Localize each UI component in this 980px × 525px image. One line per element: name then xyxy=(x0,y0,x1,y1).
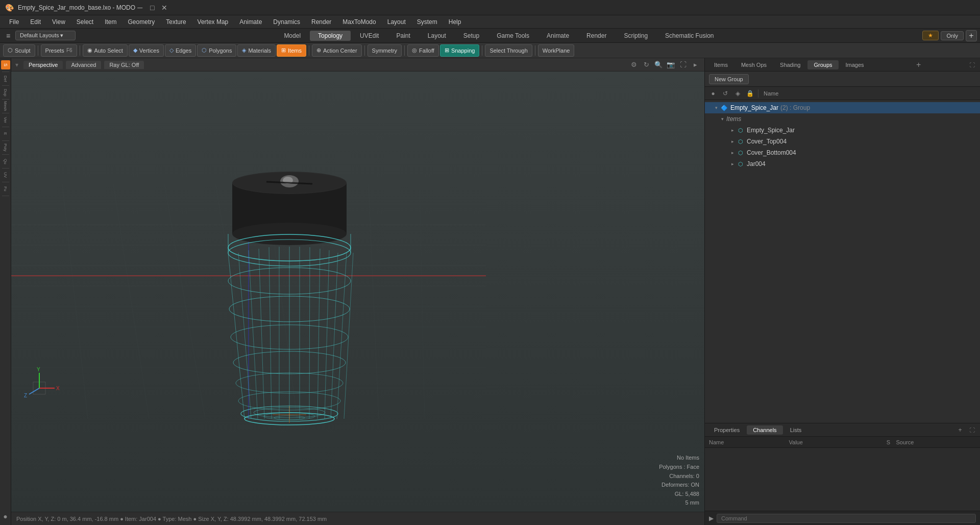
star-button[interactable]: ★ xyxy=(922,31,939,40)
tree-item-items-folder[interactable]: ▾ Items xyxy=(705,113,980,125)
viewport-settings-icon[interactable]: ⚙ xyxy=(629,60,639,70)
groups-lock-icon[interactable]: 🔒 xyxy=(745,88,755,99)
command-arrow[interactable]: ▶ xyxy=(709,515,714,522)
tree-item-jar004[interactable]: ▸ ⬡ Jar004 xyxy=(705,158,980,170)
symmetry-button[interactable]: Symmetry xyxy=(368,44,402,57)
cover-top-expand-arrow[interactable]: ▸ xyxy=(729,138,736,145)
btab-properties[interactable]: Properties xyxy=(708,425,746,435)
layout-menu-icon[interactable]: ≡ xyxy=(3,31,13,41)
rtab-items[interactable]: Items xyxy=(708,60,734,69)
tab-paint[interactable]: Paint xyxy=(388,31,418,41)
new-group-button[interactable]: New Group xyxy=(709,74,749,84)
left-tool-uv[interactable]: UV xyxy=(1,171,10,180)
rtab-groups[interactable]: Groups xyxy=(807,60,838,69)
items-expand-arrow[interactable]: ▾ xyxy=(719,116,725,122)
left-tool-def[interactable]: Def xyxy=(1,74,10,83)
tab-uvedit[interactable]: UVEdit xyxy=(352,31,387,41)
left-tool-fu[interactable]: Fu xyxy=(1,184,10,194)
tab-schematic-fusion[interactable]: Schematic Fusion xyxy=(657,31,722,41)
viewport-camera-icon[interactable]: 📷 xyxy=(666,60,676,70)
menu-render[interactable]: Render xyxy=(306,17,336,27)
viewport-perspective-tab[interactable]: Perspective xyxy=(23,61,63,69)
default-layouts-dropdown[interactable]: Default Layouts ▾ xyxy=(15,31,76,40)
tab-layout[interactable]: Layout xyxy=(420,31,454,41)
left-tool-bottom[interactable]: ● xyxy=(1,512,10,521)
menu-vertex-map[interactable]: Vertex Map xyxy=(192,17,234,27)
viewport-advanced-tab[interactable]: Advanced xyxy=(66,61,101,69)
left-tool-sculpt[interactable]: S xyxy=(1,60,10,69)
materials-button[interactable]: ◈ Materials xyxy=(237,44,276,57)
right-panel-resize[interactable]: ⛶ xyxy=(967,62,977,68)
action-center-button[interactable]: ⊕ Action Center xyxy=(312,44,362,57)
menu-dynamics[interactable]: Dynamics xyxy=(268,17,305,27)
viewport-raygl-tab[interactable]: Ray GL: Off xyxy=(104,61,144,69)
groups-refresh-icon[interactable]: ↺ xyxy=(720,88,730,99)
rtab-shading[interactable]: Shading xyxy=(774,60,806,69)
viewport-refresh-icon[interactable]: ↻ xyxy=(641,60,651,70)
viewport-toggle[interactable]: ▾ xyxy=(15,61,18,68)
tab-topology[interactable]: Topology xyxy=(310,31,351,41)
tree-item-empty-spice-jar[interactable]: ▸ ⬡ Empty_Spice_Jar xyxy=(705,125,980,136)
items-button[interactable]: ⊞ Items xyxy=(277,44,306,57)
tab-model[interactable]: Model xyxy=(276,31,309,41)
root-expand-arrow[interactable]: ▾ xyxy=(713,105,719,111)
jar004-expand-arrow[interactable]: ▸ xyxy=(729,161,736,167)
polygons-button[interactable]: ⬡ Polygons xyxy=(197,44,236,57)
cover-bottom-expand-arrow[interactable]: ▸ xyxy=(729,150,736,156)
btab-lists[interactable]: Lists xyxy=(784,425,808,435)
workplane-button[interactable]: WorkPlane xyxy=(538,44,575,57)
rtab-images[interactable]: Images xyxy=(840,60,870,69)
btab-channels[interactable]: Channels xyxy=(747,425,782,435)
only-button[interactable]: Only xyxy=(941,31,964,40)
menu-system[interactable]: System xyxy=(412,17,443,27)
spice-jar-expand-arrow[interactable]: ▸ xyxy=(729,127,736,133)
groups-eye-icon[interactable]: ● xyxy=(708,88,718,99)
minimize-button[interactable]: ─ xyxy=(135,3,144,12)
tree-item-cover-bottom[interactable]: ▸ ⬡ Cover_Bottom004 xyxy=(705,147,980,158)
left-tool-ver[interactable]: Ver xyxy=(1,115,10,125)
menu-file[interactable]: File xyxy=(4,17,24,27)
menu-layout[interactable]: Layout xyxy=(382,17,411,27)
menu-animate[interactable]: Animate xyxy=(234,17,267,27)
auto-select-button[interactable]: ◉ Auto Select xyxy=(83,44,128,57)
left-tool-dup[interactable]: Dup xyxy=(1,88,10,97)
select-through-button[interactable]: Select Through xyxy=(485,44,532,57)
left-tool-poly[interactable]: Poly xyxy=(1,143,10,152)
menu-view[interactable]: View xyxy=(47,17,70,27)
menu-item[interactable]: Item xyxy=(100,17,121,27)
tree-item-cover-top[interactable]: ▸ ⬡ Cover_Top004 xyxy=(705,136,980,147)
sculpt-button[interactable]: ⬡ Sculpt xyxy=(3,44,35,57)
tab-animate[interactable]: Animate xyxy=(538,31,577,41)
tab-game-tools[interactable]: Game Tools xyxy=(488,31,537,41)
groups-tree[interactable]: ▾ 🔷 Empty_Spice_Jar (2) : Group ▾ Items … xyxy=(705,100,980,423)
maximize-button[interactable]: □ xyxy=(148,3,157,12)
tab-render[interactable]: Render xyxy=(578,31,615,41)
menu-geometry[interactable]: Geometry xyxy=(123,17,160,27)
menu-maxtomode[interactable]: MaxToModo xyxy=(337,17,381,27)
menu-help[interactable]: Help xyxy=(444,17,467,27)
vertices-button[interactable]: ◆ Vertices xyxy=(129,44,164,57)
groups-settings-icon[interactable]: ◈ xyxy=(732,88,743,99)
tree-item-root[interactable]: ▾ 🔷 Empty_Spice_Jar (2) : Group xyxy=(705,102,980,113)
menu-texture[interactable]: Texture xyxy=(161,17,191,27)
btab-add-button[interactable]: + xyxy=(955,425,965,435)
left-tool-e[interactable]: E xyxy=(1,129,10,138)
presets-button[interactable]: Presets F6 xyxy=(41,44,77,57)
rtab-mesh-ops[interactable]: Mesh Ops xyxy=(735,60,773,69)
viewport-canvas[interactable]: X Y Z No Items Polygons : Face Channels:… xyxy=(11,71,704,512)
bottom-panel-resize[interactable]: ⛶ xyxy=(967,427,977,433)
left-tool-mesh[interactable]: Mesh xyxy=(1,102,10,111)
menu-edit[interactable]: Edit xyxy=(25,17,46,27)
close-button[interactable]: ✕ xyxy=(160,3,169,12)
falloff-button[interactable]: ◎ Falloff xyxy=(407,44,439,57)
viewport-more-icon[interactable]: ▸ xyxy=(690,60,700,70)
left-tool-qu[interactable]: Qu xyxy=(1,157,10,166)
tab-scripting[interactable]: Scripting xyxy=(616,31,656,41)
command-input[interactable] xyxy=(717,514,976,523)
menu-select[interactable]: Select xyxy=(71,17,99,27)
tab-setup[interactable]: Setup xyxy=(455,31,487,41)
edges-button[interactable]: ◇ Edges xyxy=(165,44,196,57)
viewport-search-icon[interactable]: 🔍 xyxy=(653,60,664,70)
viewport-expand-icon[interactable]: ⛶ xyxy=(678,60,688,70)
add-layout-button[interactable]: + xyxy=(966,30,977,41)
